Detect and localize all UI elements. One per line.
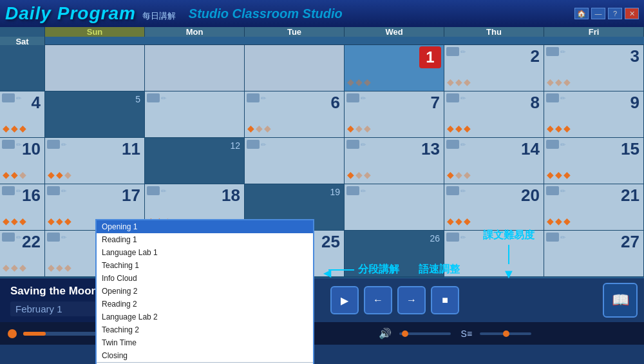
cal-sun-w3[interactable]: ✏ [245,138,345,184]
cal-sat-w5[interactable] [345,277,444,278]
cal-sun-w4[interactable]: ✏ [345,184,444,231]
close-button[interactable]: ✕ [625,8,639,19]
cal-thu-w1[interactable]: ✏ 2 ◆◆◆ [444,45,544,91]
date-14: 14 [521,139,540,159]
annotation-difficulty: 課文難易度 ▼ [483,229,535,282]
cell-top-4: ✏ [2,93,21,102]
dropdown-item-teaching1[interactable]: Teaching 1 [97,259,313,272]
minimize-button[interactable]: — [591,8,605,19]
week-num-1 [0,45,45,91]
date-25: 25 [321,232,340,252]
week-num-2: 5 [45,91,145,138]
stop-button[interactable]: ■ [431,286,459,314]
play-button[interactable]: ▶ [330,286,359,314]
dropdown-item-reading2[interactable]: Reading 2 [97,298,313,311]
dropdown-item-langlab2[interactable]: Language Lab 2 [97,311,313,323]
cell-top-22t: ✏ [2,233,21,242]
date-20: 20 [521,186,540,206]
date-7: 7 [431,93,440,113]
date-11: 11 [122,139,140,159]
date-10: 10 [22,139,41,159]
dropdown-item-opening1[interactable]: Opening 1 [97,220,313,233]
forward-button[interactable]: → [397,286,426,314]
date-15: 15 [621,139,639,159]
cal-thu-w2[interactable]: ✏ 9 ◆◆◆ [544,91,644,138]
cal-mon-w4[interactable]: ✏ 20 ◆◆◆ [444,184,544,231]
cal-sun-w1[interactable] [45,45,145,91]
cal-mon-w2[interactable]: ✏ 6 ◆◆◆ [245,91,345,138]
dropdown-item-opening2[interactable]: Opening 2 [97,285,313,298]
cal-tue-w5[interactable]: ✏ 28 [0,277,45,278]
annotation-segment: ◀ 分段講解 [328,263,399,276]
cal-mon-w1[interactable] [145,45,245,91]
cal-fri-w1[interactable]: ✏ 3 ◆◆◆ [544,45,644,91]
speed-track[interactable] [480,332,531,335]
dropdown-item-reading1[interactable]: Reading 1 [97,233,313,246]
cal-fri-w2[interactable]: ✏ 10 ◆◆◆ [0,138,45,184]
annotation-segment-label: 分段講解 [358,263,399,276]
cell-top-6t: ✏ [247,93,266,102]
cal-thu-w3[interactable]: ✏ 16 ◆◆◆ [0,184,45,231]
progress-dot [8,329,17,338]
date-18: 18 [222,186,240,206]
cell-top-17t: ✏ [47,186,66,195]
cell-top-20t: ✏ [446,186,466,195]
day-headers: Sun Mon Tue Wed Thu Fri Sat [0,27,644,45]
back-button[interactable]: ← [364,286,392,314]
cal-wed-w2[interactable]: ✏ 8 ◆◆◆ [444,91,544,138]
cal-tue-w2[interactable]: ✏ 7 ◆◆◆ [345,91,444,138]
dropdown-item-closing[interactable]: Closing [97,349,313,362]
cell-top-7t: ✏ [346,93,366,102]
cal-sat-w1[interactable]: ✏ 4 ◆◆◆ [0,91,45,138]
help-button[interactable]: ? [608,8,622,19]
header-tue: Tue [245,27,345,37]
week-num-3: 12 [145,138,245,184]
lesson-dropdown-popup[interactable]: Opening 1 Reading 1 Language Lab 1 Teach… [95,219,314,364]
volume-dot [402,330,408,337]
cal-wed-w4[interactable]: ✏ 22 ◆◆◆ [0,231,45,277]
dropdown-item-infocloud[interactable]: Info Cloud [97,272,313,285]
cell-top-10t: ✏ [2,140,21,149]
cal-mon-w3[interactable]: ✏ 13 ◆◆◆ [345,138,444,184]
cell-top-27t: ✏ [546,233,565,242]
cal-tue-w3[interactable]: ✏ 14 ◆◆◆ [444,138,544,184]
icons-mon-2: ◆◆◆ [247,123,271,133]
annotation-speed-label: 語速調整 [419,263,460,274]
cal-tue-w1[interactable] [245,45,345,91]
icons-fri-1: ◆◆◆ [547,77,571,87]
header-sun: Sun [45,27,145,37]
cell-top-2: ✏ [446,47,466,56]
icons-thu-1: ◆◆◆ [447,77,471,87]
date-2: 2 [531,46,540,66]
icons-sat-2: ◆◆◆ [48,169,71,180]
icons-tue-3: ◆◆◆ [447,169,471,180]
dropdown-item-langlab1[interactable]: Language Lab 1 [97,246,313,259]
header-fri: Fri [544,27,644,37]
dropdown-item-teaching2[interactable]: Teaching 2 [97,323,313,336]
cal-wed-w3[interactable]: ✏ 15 ◆◆◆ [544,138,644,184]
cal-tue-w4[interactable]: ✏ 21 ◆◆◆ [544,184,644,231]
home-button[interactable]: 🏠 [574,8,589,19]
icons-mon-4: ◆◆◆ [447,216,471,226]
speed-icon: S≡ [461,329,473,339]
date-13: 13 [421,139,440,159]
cell-top-19s: ✏ [346,186,366,195]
dropdown-item-twintime[interactable]: Twin Time [97,336,313,349]
icons-sat-1: ◆◆◆ [3,123,26,133]
volume-track[interactable] [399,332,451,335]
week-col-header [0,27,45,37]
cal-wed-w1[interactable]: 1 ◆◆◆ [345,45,444,91]
cal-mon-w5[interactable]: ✏ 27 [544,231,644,277]
icons-wed-1: ◆◆◆ [347,77,371,87]
cal-sun-w2[interactable]: ✏ [145,91,245,138]
date-9: 9 [630,93,639,113]
icons-wed-3: ◆◆◆ [547,169,571,180]
date-4: 4 [32,93,41,113]
icons-wed-4: ◆◆◆ [3,262,26,273]
book-button[interactable]: 📖 [603,283,638,318]
date-27: 27 [621,232,639,252]
cal-sat-w2[interactable]: ✏ 11 ◆◆◆ [45,138,145,184]
date-6: 6 [331,93,340,113]
cell-top-8t: ✏ [446,93,466,102]
date-21: 21 [621,186,639,206]
